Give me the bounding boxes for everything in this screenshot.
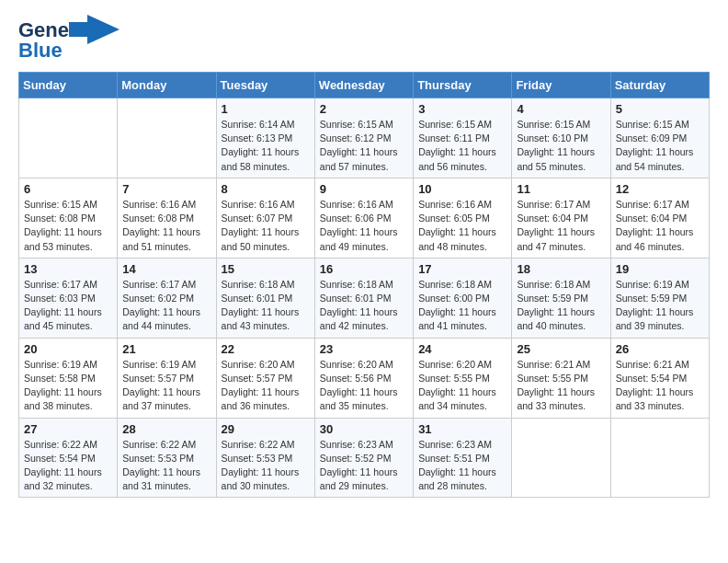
day-number: 27	[24, 422, 112, 436]
day-info: Sunrise: 6:22 AMSunset: 5:54 PMDaylight:…	[24, 438, 112, 494]
calendar-cell: 17Sunrise: 6:18 AMSunset: 6:00 PMDayligh…	[414, 258, 512, 338]
day-info: Sunrise: 6:15 AMSunset: 6:08 PMDaylight:…	[24, 198, 112, 254]
day-info: Sunrise: 6:15 AMSunset: 6:12 PMDaylight:…	[320, 118, 408, 174]
day-number: 26	[616, 342, 704, 356]
day-info: Sunrise: 6:16 AMSunset: 6:05 PMDaylight:…	[418, 198, 506, 254]
weekday-header-saturday: Saturday	[610, 73, 709, 98]
calendar-cell	[19, 98, 118, 178]
day-number: 16	[320, 262, 408, 276]
day-number: 11	[517, 182, 605, 196]
calendar-cell: 15Sunrise: 6:18 AMSunset: 6:01 PMDayligh…	[216, 258, 314, 338]
calendar-cell: 18Sunrise: 6:18 AMSunset: 5:59 PMDayligh…	[512, 258, 610, 338]
calendar-table: SundayMondayTuesdayWednesdayThursdayFrid…	[18, 72, 710, 498]
day-info: Sunrise: 6:16 AMSunset: 6:07 PMDaylight:…	[222, 198, 310, 254]
day-number: 19	[616, 262, 704, 276]
day-number: 21	[122, 342, 210, 356]
weekday-header-tuesday: Tuesday	[216, 73, 314, 98]
day-number: 17	[418, 262, 506, 276]
calendar-cell: 16Sunrise: 6:18 AMSunset: 6:01 PMDayligh…	[314, 258, 413, 338]
calendar-cell: 24Sunrise: 6:20 AMSunset: 5:55 PMDayligh…	[414, 338, 512, 418]
day-number: 4	[517, 102, 605, 116]
calendar-cell: 19Sunrise: 6:19 AMSunset: 5:59 PMDayligh…	[610, 258, 709, 338]
calendar-cell: 2Sunrise: 6:15 AMSunset: 6:12 PMDaylight…	[314, 98, 413, 178]
calendar-cell: 25Sunrise: 6:21 AMSunset: 5:55 PMDayligh…	[512, 338, 610, 418]
calendar-cell: 27Sunrise: 6:22 AMSunset: 5:54 PMDayligh…	[19, 418, 118, 498]
calendar-cell: 3Sunrise: 6:15 AMSunset: 6:11 PMDaylight…	[414, 98, 512, 178]
day-number: 7	[122, 182, 210, 196]
calendar-cell: 29Sunrise: 6:22 AMSunset: 5:53 PMDayligh…	[216, 418, 314, 498]
calendar-cell: 9Sunrise: 6:16 AMSunset: 6:06 PMDaylight…	[314, 178, 413, 258]
calendar-week-1: 1Sunrise: 6:14 AMSunset: 6:13 PMDaylight…	[19, 98, 710, 178]
calendar-cell	[512, 418, 610, 498]
calendar-cell: 6Sunrise: 6:15 AMSunset: 6:08 PMDaylight…	[19, 178, 118, 258]
day-info: Sunrise: 6:17 AMSunset: 6:04 PMDaylight:…	[517, 198, 605, 254]
calendar-cell: 20Sunrise: 6:19 AMSunset: 5:58 PMDayligh…	[19, 338, 118, 418]
day-info: Sunrise: 6:22 AMSunset: 5:53 PMDaylight:…	[122, 438, 210, 494]
day-info: Sunrise: 6:22 AMSunset: 5:53 PMDaylight:…	[222, 438, 310, 494]
day-number: 28	[122, 422, 210, 436]
logo: General Blue	[18, 15, 123, 63]
day-number: 25	[517, 342, 605, 356]
day-info: Sunrise: 6:16 AMSunset: 6:08 PMDaylight:…	[122, 198, 210, 254]
day-number: 6	[24, 182, 112, 196]
day-number: 9	[320, 182, 408, 196]
day-info: Sunrise: 6:23 AMSunset: 5:51 PMDaylight:…	[418, 438, 506, 494]
day-number: 10	[418, 182, 506, 196]
day-info: Sunrise: 6:15 AMSunset: 6:09 PMDaylight:…	[616, 118, 704, 174]
day-number: 22	[222, 342, 310, 356]
page-header: General Blue	[18, 15, 710, 63]
calendar-cell: 28Sunrise: 6:22 AMSunset: 5:53 PMDayligh…	[118, 418, 216, 498]
calendar-cell: 22Sunrise: 6:20 AMSunset: 5:57 PMDayligh…	[216, 338, 314, 418]
day-info: Sunrise: 6:18 AMSunset: 6:01 PMDaylight:…	[222, 278, 310, 334]
calendar-cell: 31Sunrise: 6:23 AMSunset: 5:51 PMDayligh…	[414, 418, 512, 498]
day-number: 8	[222, 182, 310, 196]
day-info: Sunrise: 6:17 AMSunset: 6:04 PMDaylight:…	[616, 198, 704, 254]
calendar-cell: 13Sunrise: 6:17 AMSunset: 6:03 PMDayligh…	[19, 258, 118, 338]
day-number: 30	[320, 422, 408, 436]
calendar-cell: 23Sunrise: 6:20 AMSunset: 5:56 PMDayligh…	[314, 338, 413, 418]
day-info: Sunrise: 6:20 AMSunset: 5:57 PMDaylight:…	[222, 358, 310, 414]
day-info: Sunrise: 6:15 AMSunset: 6:11 PMDaylight:…	[418, 118, 506, 174]
calendar-cell: 14Sunrise: 6:17 AMSunset: 6:02 PMDayligh…	[118, 258, 216, 338]
calendar-cell: 7Sunrise: 6:16 AMSunset: 6:08 PMDaylight…	[118, 178, 216, 258]
svg-text:Blue: Blue	[18, 39, 63, 62]
calendar-cell: 30Sunrise: 6:23 AMSunset: 5:52 PMDayligh…	[314, 418, 413, 498]
day-info: Sunrise: 6:18 AMSunset: 6:00 PMDaylight:…	[418, 278, 506, 334]
calendar-week-4: 20Sunrise: 6:19 AMSunset: 5:58 PMDayligh…	[19, 338, 710, 418]
day-info: Sunrise: 6:20 AMSunset: 5:56 PMDaylight:…	[320, 358, 408, 414]
day-number: 24	[418, 342, 506, 356]
day-number: 3	[418, 102, 506, 116]
calendar-cell: 26Sunrise: 6:21 AMSunset: 5:54 PMDayligh…	[610, 338, 709, 418]
calendar-cell: 10Sunrise: 6:16 AMSunset: 6:05 PMDayligh…	[414, 178, 512, 258]
day-info: Sunrise: 6:19 AMSunset: 5:59 PMDaylight:…	[616, 278, 704, 334]
logo-icon: General Blue	[18, 15, 119, 63]
day-number: 20	[24, 342, 112, 356]
calendar-cell	[118, 98, 216, 178]
calendar-cell: 5Sunrise: 6:15 AMSunset: 6:09 PMDaylight…	[610, 98, 709, 178]
day-info: Sunrise: 6:16 AMSunset: 6:06 PMDaylight:…	[320, 198, 408, 254]
day-info: Sunrise: 6:14 AMSunset: 6:13 PMDaylight:…	[222, 118, 310, 174]
weekday-header-friday: Friday	[512, 73, 610, 98]
day-info: Sunrise: 6:23 AMSunset: 5:52 PMDaylight:…	[320, 438, 408, 494]
day-number: 18	[517, 262, 605, 276]
day-number: 14	[122, 262, 210, 276]
calendar-cell: 12Sunrise: 6:17 AMSunset: 6:04 PMDayligh…	[610, 178, 709, 258]
day-number: 5	[616, 102, 704, 116]
day-number: 31	[418, 422, 506, 436]
day-info: Sunrise: 6:17 AMSunset: 6:02 PMDaylight:…	[122, 278, 210, 334]
day-info: Sunrise: 6:21 AMSunset: 5:54 PMDaylight:…	[616, 358, 704, 414]
day-number: 29	[222, 422, 310, 436]
day-info: Sunrise: 6:21 AMSunset: 5:55 PMDaylight:…	[517, 358, 605, 414]
day-number: 13	[24, 262, 112, 276]
day-info: Sunrise: 6:17 AMSunset: 6:03 PMDaylight:…	[24, 278, 112, 334]
calendar-week-2: 6Sunrise: 6:15 AMSunset: 6:08 PMDaylight…	[19, 178, 710, 258]
weekday-header-wednesday: Wednesday	[314, 73, 413, 98]
day-number: 2	[320, 102, 408, 116]
calendar-cell: 8Sunrise: 6:16 AMSunset: 6:07 PMDaylight…	[216, 178, 314, 258]
day-number: 15	[222, 262, 310, 276]
day-number: 12	[616, 182, 704, 196]
weekday-header-thursday: Thursday	[414, 73, 512, 98]
calendar-cell: 1Sunrise: 6:14 AMSunset: 6:13 PMDaylight…	[216, 98, 314, 178]
day-number: 23	[320, 342, 408, 356]
day-number: 1	[222, 102, 310, 116]
